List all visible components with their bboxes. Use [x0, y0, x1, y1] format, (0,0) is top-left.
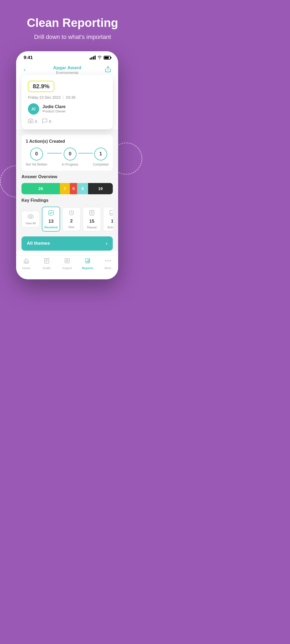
nav-bar: ‹ Apgar Award Environmental [16, 63, 118, 76]
date-row: Friday 23 Dec 2022 | 03:38 [28, 95, 106, 100]
svg-rect-17 [86, 261, 87, 262]
view-all-icon [28, 214, 34, 220]
time-text: 03:38 [66, 95, 75, 100]
tracker-step-in-progress: 0 In Progress [62, 148, 78, 166]
nav-item-home[interactable]: Home [18, 258, 34, 270]
all-themes-label: All themes [27, 241, 50, 246]
svg-point-22 [110, 260, 111, 261]
tracker-line-2 [78, 153, 93, 153]
finding-actions-label: Actions [107, 226, 113, 229]
user-name: Jodie Clare [42, 104, 66, 109]
answer-bar: 28 7 5 8 19 [21, 183, 113, 194]
svg-point-2 [30, 216, 31, 217]
themes-chevron-icon: › [106, 241, 107, 246]
drafts-label: Drafts [43, 266, 50, 270]
inspect-icon [64, 258, 70, 265]
finding-new-label: New [68, 225, 74, 229]
share-button[interactable] [105, 66, 111, 74]
bar-red: 5 [70, 183, 77, 194]
finding-view-all-label: View All [26, 222, 36, 225]
finding-actions[interactable]: 1 Actions [103, 207, 113, 231]
bar-teal: 8 [77, 183, 88, 194]
reports-icon [85, 258, 90, 265]
date-divider: | [63, 95, 64, 100]
content-area: 1 Action(s) Created 0 Not Yet Written 0 … [16, 129, 118, 251]
bottom-nav: Home Drafts [16, 255, 118, 271]
bar-yellow: 7 [60, 183, 70, 194]
user-row: JC Jodie Clare Product Owner [28, 103, 106, 115]
home-icon [23, 258, 29, 265]
svg-point-20 [105, 260, 106, 261]
tracker-step-completed: 1 Completed [93, 148, 108, 166]
tracker-circle-1: 0 [64, 148, 77, 160]
photo-count: 0 [28, 118, 37, 125]
findings-title: Key Findings [21, 198, 113, 203]
tracker-circle-2: 1 [94, 148, 107, 160]
nav-item-inspect[interactable]: Inspect [59, 258, 75, 270]
avatar: JC [28, 103, 39, 115]
tracker-label-0: Not Yet Written [26, 163, 47, 166]
svg-rect-18 [88, 260, 88, 262]
bar-dark: 19 [88, 183, 113, 194]
actions-section: 1 Action(s) Created 0 Not Yet Written 0 … [21, 135, 113, 171]
back-button[interactable]: ‹ [24, 66, 26, 73]
svg-rect-9 [110, 210, 113, 215]
nav-item-reports[interactable]: Reports [79, 258, 96, 270]
finding-resolved-count: 13 [49, 219, 54, 224]
finding-resolved[interactable]: 13 Resolved [42, 207, 60, 232]
comment-count-value: 0 [49, 119, 51, 124]
svg-rect-14 [65, 259, 69, 263]
phone-wrapper: 9:41 [16, 51, 129, 279]
finding-new[interactable]: 2 New [62, 207, 81, 231]
svg-point-15 [66, 260, 68, 262]
finding-actions-count: 1 [111, 219, 113, 224]
nav-item-drafts[interactable]: Drafts [39, 258, 55, 270]
finding-view-all[interactable]: View All [21, 211, 40, 227]
nav-subtitle: Environmental [53, 71, 81, 75]
findings-grid: View All 13 Resolved [21, 207, 113, 233]
svg-rect-19 [89, 259, 89, 262]
actions-icon [109, 210, 113, 217]
media-row: 0 0 [28, 118, 106, 125]
inspect-label: Inspect [62, 266, 72, 270]
tracker-circle-0: 0 [30, 148, 43, 160]
more-label: More [104, 266, 111, 270]
hero-section: Clean Reporting Drill down to what's imp… [0, 0, 145, 287]
more-icon [105, 258, 111, 265]
hero-title: Clean Reporting [27, 16, 118, 30]
status-icons [90, 55, 111, 60]
repeat-icon [89, 210, 95, 217]
actions-tracker: 0 Not Yet Written 0 In Progress 1 Comple… [26, 148, 108, 166]
finding-repeat[interactable]: 15 Repeat [83, 207, 101, 231]
svg-point-0 [30, 120, 31, 122]
score-badge: 82.9% [28, 81, 54, 92]
user-info: Jodie Clare Product Owner [42, 104, 66, 113]
finding-repeat-count: 15 [89, 219, 95, 224]
status-time: 9:41 [24, 55, 33, 60]
score-card: 82.9% Friday 23 Dec 2022 | 03:38 JC Jodi… [21, 75, 113, 129]
date-text: Friday 23 Dec 2022 [28, 95, 61, 100]
nav-item-more[interactable]: More [100, 258, 116, 270]
svg-point-21 [107, 260, 108, 261]
camera-icon [28, 118, 33, 125]
status-bar: 9:41 [16, 51, 118, 63]
reports-label: Reports [82, 266, 93, 270]
new-icon [69, 210, 74, 217]
nav-title: Apgar Award [53, 65, 81, 71]
drafts-icon [44, 258, 49, 265]
nav-title-block: Apgar Award Environmental [53, 65, 81, 75]
wifi-icon [97, 55, 102, 60]
findings-section: Key Findings View All [21, 198, 113, 233]
comment-icon [42, 118, 47, 125]
comment-count: 0 [42, 118, 51, 125]
bar-green: 28 [21, 183, 60, 194]
svg-point-1 [28, 215, 33, 218]
home-label: Home [22, 266, 30, 270]
finding-repeat-label: Repeat [87, 226, 96, 229]
tracker-step-not-written: 0 Not Yet Written [26, 148, 47, 166]
answer-title: Answer Overview [21, 174, 113, 179]
all-themes-button[interactable]: All themes › [21, 236, 113, 251]
tracker-label-2: Completed [93, 163, 108, 166]
finding-resolved-label: Resolved [45, 226, 58, 229]
hero-subtitle: Drill down to what's important [34, 34, 111, 41]
